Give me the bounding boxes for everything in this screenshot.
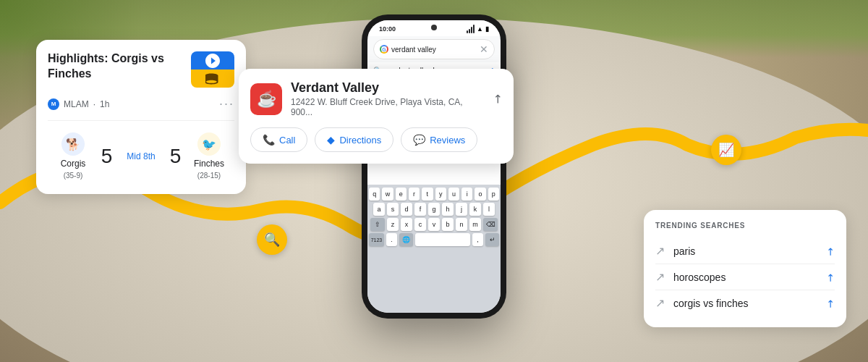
phone-screen: 10:00 ▲ ▮ G verdant xyxy=(367,20,501,313)
trending-item-2[interactable]: ↗ horoscopes ↗ xyxy=(655,264,835,290)
trending-text-2: horoscopes xyxy=(673,272,817,283)
sports-card-header: Highlights: Corgis vs Finches xyxy=(48,51,234,88)
key-w[interactable]: w xyxy=(382,188,393,201)
trending-arrow-2: ↗ xyxy=(655,270,665,284)
phone-time: 10:00 xyxy=(379,25,396,33)
key-c[interactable]: c xyxy=(414,218,426,231)
trending-link-3[interactable]: ↗ xyxy=(823,296,838,311)
google-logo: G xyxy=(380,45,388,54)
search-text: verdant valley xyxy=(391,46,477,54)
clear-button[interactable]: ✕ xyxy=(480,43,488,55)
key-shift[interactable]: ⇧ xyxy=(370,218,385,231)
key-globe[interactable]: 🌐 xyxy=(399,233,413,246)
search-bubble-icon: 🔍 xyxy=(264,232,280,248)
sports-source: MLAM xyxy=(64,99,89,109)
business-info: Verdant Valley 12422 W. Bluff Creek Driv… xyxy=(291,80,484,117)
main-content: Highlights: Corgis vs Finches M MLAM · 1… xyxy=(0,0,868,362)
key-j[interactable]: j xyxy=(456,203,467,216)
trending-arrow-1: ↗ xyxy=(655,244,665,258)
sports-card: Highlights: Corgis vs Finches M MLAM · 1… xyxy=(36,40,246,194)
trending-card: TRENDING SEARCHES ↗ paris ↗ ↗ horoscopes… xyxy=(644,210,846,327)
directions-button[interactable]: ◆ Directions xyxy=(315,127,393,152)
popup-actions: 📞 Call ◆ Directions 💬 Reviews xyxy=(250,127,502,152)
key-m[interactable]: m xyxy=(469,218,481,231)
phone-search-bar[interactable]: G verdant valley ✕ xyxy=(373,39,495,59)
call-button[interactable]: 📞 Call xyxy=(250,127,307,152)
trending-text-3: corgis vs finches xyxy=(673,298,817,309)
finches-record: (28-15) xyxy=(197,172,221,180)
key-n[interactable]: n xyxy=(456,218,467,231)
key-a[interactable]: a xyxy=(373,203,385,216)
popup-business: ☕ Verdant Valley 12422 W. Bluff Creek Dr… xyxy=(250,80,502,117)
finches-icon: 🐦 xyxy=(197,132,221,156)
key-o[interactable]: o xyxy=(475,188,485,201)
key-s[interactable]: s xyxy=(387,203,399,216)
trending-item-1[interactable]: ↗ paris ↗ xyxy=(655,238,835,264)
trending-bubble[interactable]: 📈 xyxy=(711,135,741,165)
key-comma[interactable]: , xyxy=(472,233,483,246)
team-finches: 🐦 Finches (28-15) xyxy=(184,132,234,180)
reviews-label: Reviews xyxy=(430,135,465,146)
key-i[interactable]: i xyxy=(461,188,472,201)
key-b[interactable]: b xyxy=(442,218,454,231)
key-v[interactable]: v xyxy=(428,218,440,231)
key-q[interactable]: q xyxy=(369,188,380,201)
key-k[interactable]: k xyxy=(469,203,481,216)
trending-title: TRENDING SEARCHES xyxy=(655,222,835,230)
key-p[interactable]: p xyxy=(488,188,499,201)
business-address: 12422 W. Bluff Creek Drive, Playa Vista,… xyxy=(291,97,484,117)
phone-body: 10:00 ▲ ▮ G verdant xyxy=(362,14,506,319)
corgis-icon: 🐕 xyxy=(61,132,85,156)
battery-icon: ▮ xyxy=(485,25,489,33)
directions-label: Directions xyxy=(339,135,381,146)
key-e[interactable]: e xyxy=(396,188,407,201)
call-icon: 📞 xyxy=(263,134,275,146)
inning-label: Mid 8th xyxy=(127,151,155,161)
trending-link-2[interactable]: ↗ xyxy=(823,270,838,285)
mlam-icon: M xyxy=(48,98,59,110)
finches-name: Finches xyxy=(194,159,224,169)
search-bubble[interactable]: 🔍 xyxy=(257,224,287,255)
phone-status-icons: ▲ ▮ xyxy=(467,25,489,33)
keyboard-row-1: q w e r t y u i o p xyxy=(369,188,499,201)
trending-item-3[interactable]: ↗ corgis vs finches ↗ xyxy=(655,290,835,316)
team-corgis: 🐕 Corgis (35-9) xyxy=(48,132,98,180)
business-name: Verdant Valley xyxy=(291,80,484,96)
corgis-name: Corgis xyxy=(61,159,86,169)
key-return[interactable]: ↵ xyxy=(485,233,499,246)
key-space[interactable] xyxy=(415,233,470,246)
key-x[interactable]: x xyxy=(401,218,412,231)
sports-logo-bottom xyxy=(191,70,234,88)
key-period[interactable]: . xyxy=(386,233,397,246)
key-f[interactable]: f xyxy=(414,203,426,216)
key-g[interactable]: g xyxy=(428,203,440,216)
trending-arrow-3: ↗ xyxy=(655,296,665,310)
key-r[interactable]: r xyxy=(409,188,420,201)
wifi-icon: ▲ xyxy=(477,25,483,33)
sports-logo xyxy=(191,51,234,88)
key-l[interactable]: l xyxy=(483,203,495,216)
trending-text-1: paris xyxy=(673,245,817,257)
signal-icon xyxy=(467,25,475,33)
business-icon: ☕ xyxy=(250,83,282,115)
inning: Mid 8th xyxy=(127,151,155,161)
key-d[interactable]: d xyxy=(401,203,412,216)
directions-icon: ◆ xyxy=(327,134,335,146)
keyboard-row-3: ⇧ z x c v b n m ⌫ xyxy=(369,218,499,231)
sports-card-title: Highlights: Corgis vs Finches xyxy=(48,51,178,82)
key-delete[interactable]: ⌫ xyxy=(483,218,498,231)
key-h[interactable]: h xyxy=(442,203,454,216)
phone-camera xyxy=(431,25,437,30)
key-y[interactable]: y xyxy=(435,188,446,201)
key-u[interactable]: u xyxy=(448,188,459,201)
trending-link-1[interactable]: ↗ xyxy=(823,244,838,258)
more-options[interactable]: ··· xyxy=(219,96,234,111)
reviews-button[interactable]: 💬 Reviews xyxy=(401,127,477,152)
reviews-icon: 💬 xyxy=(413,134,425,146)
team2-score: 5 xyxy=(170,145,182,168)
key-numbers[interactable]: 7123 xyxy=(369,233,384,246)
key-z[interactable]: z xyxy=(387,218,399,231)
trending-bubble-icon: 📈 xyxy=(718,142,734,158)
key-t[interactable]: t xyxy=(422,188,433,201)
popup-link-icon[interactable]: ↗ xyxy=(489,90,506,107)
